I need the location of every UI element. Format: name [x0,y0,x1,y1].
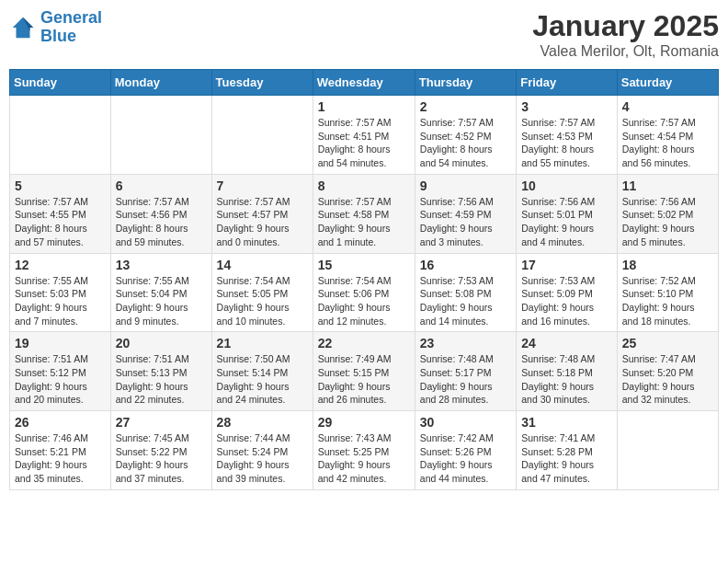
day-info: Sunrise: 7:57 AMSunset: 4:58 PMDaylight:… [318,195,410,249]
day-info: Sunrise: 7:45 AMSunset: 5:22 PMDaylight:… [116,431,207,486]
day-number: 26 [15,415,106,430]
day-info: Sunrise: 7:56 AMSunset: 4:59 PMDaylight:… [420,195,511,249]
weekday-header-tuesday: Tuesday [211,70,313,96]
calendar-cell: 7Sunrise: 7:57 AMSunset: 4:57 PMDaylight… [211,174,313,253]
weekday-header-saturday: Saturday [617,70,718,96]
logo: General Blue [9,9,102,46]
calendar-cell [211,96,313,175]
calendar-cell: 3Sunrise: 7:57 AMSunset: 4:53 PMDaylight… [517,96,618,175]
calendar-cell: 14Sunrise: 7:54 AMSunset: 5:05 PMDayligh… [211,253,313,332]
day-number: 17 [521,258,612,272]
day-info: Sunrise: 7:43 AMSunset: 5:25 PMDaylight:… [318,431,410,486]
day-number: 10 [521,178,612,193]
day-number: 19 [15,336,106,350]
day-info: Sunrise: 7:42 AMSunset: 5:26 PMDaylight:… [420,431,511,486]
calendar-cell: 24Sunrise: 7:48 AMSunset: 5:18 PMDayligh… [517,332,618,411]
day-info: Sunrise: 7:56 AMSunset: 5:01 PMDaylight:… [521,195,612,249]
day-info: Sunrise: 7:47 AMSunset: 5:20 PMDaylight:… [622,352,713,407]
week-row-5: 26Sunrise: 7:46 AMSunset: 5:21 PMDayligh… [10,411,719,490]
calendar-cell: 20Sunrise: 7:51 AMSunset: 5:13 PMDayligh… [110,332,211,411]
weekday-header-sunday: Sunday [10,70,111,96]
day-number: 14 [217,258,308,272]
day-number: 25 [622,336,713,350]
day-info: Sunrise: 7:54 AMSunset: 5:06 PMDaylight:… [318,274,410,328]
day-info: Sunrise: 7:57 AMSunset: 4:51 PMDaylight:… [318,116,410,170]
day-info: Sunrise: 7:48 AMSunset: 5:18 PMDaylight:… [521,352,612,407]
day-number: 4 [622,99,713,114]
day-info: Sunrise: 7:57 AMSunset: 4:54 PMDaylight:… [622,116,713,170]
calendar-cell: 10Sunrise: 7:56 AMSunset: 5:01 PMDayligh… [517,174,618,253]
day-info: Sunrise: 7:54 AMSunset: 5:05 PMDaylight:… [217,274,308,328]
calendar-cell: 26Sunrise: 7:46 AMSunset: 5:21 PMDayligh… [10,411,111,490]
calendar-cell: 28Sunrise: 7:44 AMSunset: 5:24 PMDayligh… [211,411,313,490]
day-info: Sunrise: 7:48 AMSunset: 5:17 PMDaylight:… [420,352,511,407]
day-info: Sunrise: 7:57 AMSunset: 4:56 PMDaylight:… [116,195,207,249]
day-info: Sunrise: 7:51 AMSunset: 5:12 PMDaylight:… [15,352,106,407]
day-info: Sunrise: 7:57 AMSunset: 4:55 PMDaylight:… [15,195,106,249]
calendar-cell: 16Sunrise: 7:53 AMSunset: 5:08 PMDayligh… [415,253,516,332]
day-info: Sunrise: 7:50 AMSunset: 5:14 PMDaylight:… [217,352,308,407]
calendar-cell: 29Sunrise: 7:43 AMSunset: 5:25 PMDayligh… [313,411,415,490]
calendar-cell: 12Sunrise: 7:55 AMSunset: 5:03 PMDayligh… [10,253,111,332]
day-number: 6 [116,178,207,193]
day-info: Sunrise: 7:44 AMSunset: 5:24 PMDaylight:… [217,431,308,486]
calendar-cell: 6Sunrise: 7:57 AMSunset: 4:56 PMDaylight… [110,174,211,253]
calendar-body: 1Sunrise: 7:57 AMSunset: 4:51 PMDaylight… [10,96,719,490]
day-info: Sunrise: 7:57 AMSunset: 4:52 PMDaylight:… [420,116,511,170]
weekday-header-row: SundayMondayTuesdayWednesdayThursdayFrid… [10,70,719,96]
calendar-cell: 17Sunrise: 7:53 AMSunset: 5:09 PMDayligh… [517,253,618,332]
calendar-cell: 18Sunrise: 7:52 AMSunset: 5:10 PMDayligh… [617,253,718,332]
day-info: Sunrise: 7:57 AMSunset: 4:53 PMDaylight:… [521,116,612,170]
day-info: Sunrise: 7:53 AMSunset: 5:08 PMDaylight:… [420,274,511,328]
day-number: 3 [521,99,612,114]
calendar-table: SundayMondayTuesdayWednesdayThursdayFrid… [9,69,719,490]
calendar-cell: 15Sunrise: 7:54 AMSunset: 5:06 PMDayligh… [313,253,415,332]
day-info: Sunrise: 7:57 AMSunset: 4:57 PMDaylight:… [217,195,308,249]
calendar-cell: 4Sunrise: 7:57 AMSunset: 4:54 PMDaylight… [617,96,718,175]
day-number: 1 [318,99,410,114]
page-header: General Blue January 2025 Valea Merilor,… [9,9,719,60]
day-number: 27 [116,415,207,430]
day-number: 28 [217,415,308,430]
calendar-cell [10,96,111,175]
logo-icon [9,14,37,41]
calendar-cell: 9Sunrise: 7:56 AMSunset: 4:59 PMDaylight… [415,174,516,253]
day-number: 22 [318,336,410,350]
day-number: 9 [420,178,511,193]
calendar-cell: 8Sunrise: 7:57 AMSunset: 4:58 PMDaylight… [313,174,415,253]
day-number: 30 [420,415,511,430]
day-number: 2 [420,99,511,114]
day-number: 23 [420,336,511,350]
day-number: 24 [521,336,612,350]
day-number: 13 [116,258,207,272]
weekday-header-wednesday: Wednesday [313,70,415,96]
calendar-cell: 25Sunrise: 7:47 AMSunset: 5:20 PMDayligh… [617,332,718,411]
day-info: Sunrise: 7:49 AMSunset: 5:15 PMDaylight:… [318,352,410,407]
day-number: 8 [318,178,410,193]
calendar-cell: 27Sunrise: 7:45 AMSunset: 5:22 PMDayligh… [110,411,211,490]
day-info: Sunrise: 7:55 AMSunset: 5:04 PMDaylight:… [116,274,207,328]
day-number: 11 [622,178,713,193]
day-info: Sunrise: 7:41 AMSunset: 5:28 PMDaylight:… [521,431,612,486]
day-info: Sunrise: 7:52 AMSunset: 5:10 PMDaylight:… [622,274,713,328]
week-row-4: 19Sunrise: 7:51 AMSunset: 5:12 PMDayligh… [10,332,719,411]
day-number: 5 [15,178,106,193]
day-number: 18 [622,258,713,272]
calendar-cell: 2Sunrise: 7:57 AMSunset: 4:52 PMDaylight… [415,96,516,175]
week-row-2: 5Sunrise: 7:57 AMSunset: 4:55 PMDaylight… [10,174,719,253]
day-number: 15 [318,258,410,272]
weekday-header-thursday: Thursday [415,70,516,96]
week-row-3: 12Sunrise: 7:55 AMSunset: 5:03 PMDayligh… [10,253,719,332]
day-info: Sunrise: 7:51 AMSunset: 5:13 PMDaylight:… [116,352,207,407]
day-number: 29 [318,415,410,430]
calendar-cell: 21Sunrise: 7:50 AMSunset: 5:14 PMDayligh… [211,332,313,411]
calendar-cell: 19Sunrise: 7:51 AMSunset: 5:12 PMDayligh… [10,332,111,411]
calendar-cell: 11Sunrise: 7:56 AMSunset: 5:02 PMDayligh… [617,174,718,253]
week-row-1: 1Sunrise: 7:57 AMSunset: 4:51 PMDaylight… [10,96,719,175]
day-number: 20 [116,336,207,350]
calendar-cell: 13Sunrise: 7:55 AMSunset: 5:04 PMDayligh… [110,253,211,332]
day-info: Sunrise: 7:46 AMSunset: 5:21 PMDaylight:… [15,431,106,486]
calendar-cell: 30Sunrise: 7:42 AMSunset: 5:26 PMDayligh… [415,411,516,490]
calendar-cell [110,96,211,175]
day-number: 7 [217,178,308,193]
